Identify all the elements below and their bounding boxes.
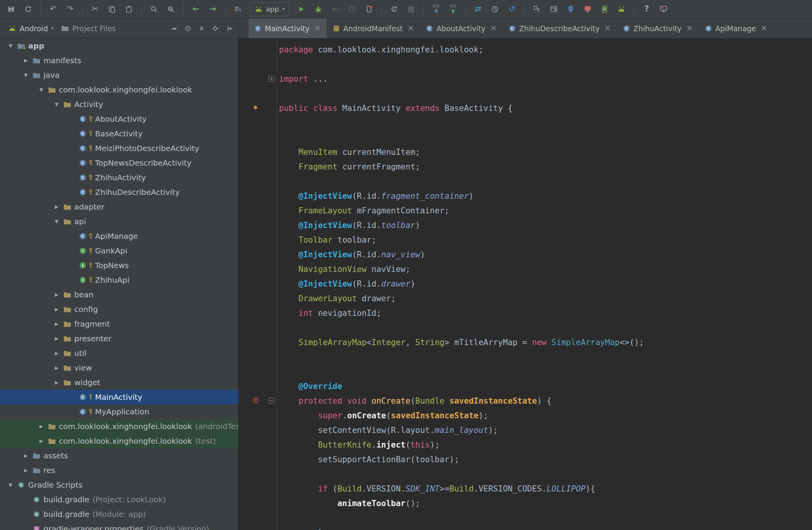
tree-expand-arrow[interactable]: ▶ bbox=[20, 468, 32, 473]
tree-item-adapter[interactable]: ▶adapter bbox=[0, 200, 238, 214]
tree-item-assets[interactable]: ▶assets bbox=[0, 448, 238, 463]
tree-item-widget[interactable]: ▶widget bbox=[0, 375, 238, 390]
tree-item-bean[interactable]: ▶bean bbox=[0, 287, 238, 302]
revert-button[interactable]: ↺ bbox=[505, 2, 519, 16]
tree-item-util[interactable]: ▶util bbox=[0, 346, 238, 361]
hide-panel-button[interactable] bbox=[227, 25, 234, 32]
project-view-tab-android[interactable]: Android▾ bbox=[5, 18, 57, 38]
close-tab-icon[interactable]: × bbox=[490, 24, 497, 32]
editor-tab-zhihudescribeactivity[interactable]: CZhihuDescribeActivity× bbox=[503, 18, 617, 38]
tree-item-zhihudescribeactivity[interactable]: CZhihuDescribeActivity bbox=[0, 185, 238, 200]
tree-item-topnews[interactable]: ITopNews bbox=[0, 258, 238, 273]
tree-item-activity[interactable]: ▼Activity bbox=[0, 97, 238, 112]
tree-expand-arrow[interactable]: ▶ bbox=[51, 292, 62, 297]
editor-tab-apimanage[interactable]: CApiManage× bbox=[699, 18, 774, 38]
project-view-tab-project-files[interactable]: Project Files bbox=[57, 18, 120, 38]
tree-item-build-gradle[interactable]: Gbuild.gradle(Project: LookLook) bbox=[0, 492, 238, 507]
tree-expand-arrow[interactable]: ▶ bbox=[51, 321, 62, 327]
tree-item-aboutactivity[interactable]: CAboutActivity bbox=[0, 112, 238, 126]
tree-item-res[interactable]: ▶res bbox=[0, 463, 238, 478]
sync-button[interactable] bbox=[21, 2, 35, 16]
tree-expand-arrow[interactable]: ▶ bbox=[51, 380, 62, 385]
device-monitor-button[interactable] bbox=[656, 2, 671, 16]
tree-item-topnewsdescribeactivity[interactable]: CTopNewsDescribeActivity bbox=[0, 156, 238, 170]
copy-button[interactable] bbox=[105, 2, 119, 16]
find-button[interactable] bbox=[147, 2, 161, 16]
history-button[interactable] bbox=[488, 2, 502, 16]
editor-tab-zhihuactivity[interactable]: CZhihuActivity× bbox=[617, 18, 699, 38]
tree-expand-arrow[interactable]: ▶ bbox=[20, 58, 32, 63]
tree-item-java[interactable]: ▼java bbox=[0, 68, 238, 82]
help-button[interactable]: ? bbox=[639, 2, 654, 16]
debug-button[interactable] bbox=[311, 2, 326, 16]
tree-item-config[interactable]: ▶config bbox=[0, 302, 238, 317]
tree-expand-arrow[interactable]: ▶ bbox=[35, 438, 47, 444]
make-project-button[interactable] bbox=[231, 2, 245, 16]
tree-item-com-looklook-xinghongfei-looklook[interactable]: ▶com.looklook.xinghongfei.looklook(andro… bbox=[0, 419, 238, 434]
locate-button[interactable] bbox=[184, 25, 191, 32]
undo-button[interactable]: ↶ bbox=[46, 2, 60, 16]
tree-item-fragment[interactable]: ▶fragment bbox=[0, 317, 238, 331]
tree-item-manifests[interactable]: ▶manifests bbox=[0, 53, 238, 68]
tree-item-app[interactable]: ▼app bbox=[0, 39, 238, 53]
editor-tab-mainactivity[interactable]: CMainActivity× bbox=[249, 18, 327, 38]
tree-item-baseactivity[interactable]: CBaseActivity bbox=[0, 126, 238, 141]
close-tab-icon[interactable]: × bbox=[686, 24, 693, 32]
tree-item-zhihuapi[interactable]: IZhihuApi bbox=[0, 273, 238, 287]
tree-collapse-arrow[interactable]: ▼ bbox=[51, 219, 62, 224]
fold-marker[interactable]: + bbox=[269, 76, 274, 82]
monitor-button[interactable] bbox=[580, 2, 595, 16]
save-button[interactable] bbox=[4, 2, 18, 16]
class-marker-gutter-icon[interactable] bbox=[252, 104, 259, 112]
editor-tab-aboutactivity[interactable]: CAboutActivity× bbox=[420, 18, 503, 38]
gradle-sync-button[interactable]: G bbox=[387, 2, 401, 16]
vcs-update-button[interactable]: VCS bbox=[429, 2, 443, 16]
tree-expand-arrow[interactable]: ▶ bbox=[51, 204, 62, 210]
tree-collapse-arrow[interactable]: ▼ bbox=[5, 43, 16, 49]
project-structure-button[interactable] bbox=[546, 2, 561, 16]
paste-button[interactable] bbox=[122, 2, 136, 16]
replace-button[interactable]: ab bbox=[164, 2, 178, 16]
fold-marker[interactable]: − bbox=[269, 398, 274, 404]
tree-item-meiziphotodescribeactivity[interactable]: CMeiziPhotoDescribeActivity bbox=[0, 141, 238, 156]
pin-button[interactable] bbox=[563, 2, 578, 16]
forward-button[interactable]: → bbox=[206, 2, 220, 16]
close-tab-icon[interactable]: × bbox=[761, 24, 768, 32]
back-button[interactable]: ← bbox=[189, 2, 203, 16]
tree-item-presenter[interactable]: ▶presenter bbox=[0, 331, 238, 346]
settings-gear-button[interactable] bbox=[212, 25, 220, 32]
tree-item-apimanage[interactable]: CApiManage bbox=[0, 229, 238, 243]
evaluate-button[interactable]: ? bbox=[530, 2, 544, 16]
tree-item-com-looklook-xinghongfei-looklook[interactable]: ▶com.looklook.xinghongfei.looklook(test) bbox=[0, 434, 238, 448]
tree-expand-arrow[interactable]: ▶ bbox=[51, 351, 62, 356]
tree-item-myapplication[interactable]: CMyApplication bbox=[0, 404, 238, 419]
editor-tab-androidmanifest[interactable]: AndroidManifest× bbox=[327, 18, 420, 38]
tree-expand-arrow[interactable]: ▶ bbox=[51, 307, 62, 312]
close-tab-icon[interactable]: × bbox=[408, 24, 414, 32]
tree-item-gradle-scripts[interactable]: ▼GGradle Scripts bbox=[0, 478, 238, 492]
tree-collapse-arrow[interactable]: ▼ bbox=[20, 72, 32, 78]
code-editor[interactable]: package com.looklook.xinghongfei.lookloo… bbox=[239, 39, 812, 530]
close-tab-icon[interactable]: × bbox=[314, 24, 321, 32]
tree-item-view[interactable]: ▶view bbox=[0, 361, 238, 375]
tree-collapse-arrow[interactable]: ▼ bbox=[51, 102, 62, 107]
run-config-selector[interactable]: app▾ bbox=[250, 2, 289, 16]
tree-item-build-gradle[interactable]: Gbuild.gradle(Module: app) bbox=[0, 507, 238, 522]
vcs-commit-button[interactable]: VCS bbox=[446, 2, 460, 16]
cut-button[interactable]: ✂ bbox=[88, 2, 102, 16]
override-gutter-icon[interactable] bbox=[252, 397, 259, 405]
redo-button[interactable]: ↷ bbox=[63, 2, 77, 16]
tree-expand-arrow[interactable]: ▶ bbox=[35, 424, 47, 429]
collapse-all-button[interactable] bbox=[198, 25, 205, 32]
tree-item-zhihuactivity[interactable]: CZhihuActivity bbox=[0, 170, 238, 185]
tree-item-mainactivity[interactable]: CMainActivity bbox=[0, 390, 238, 404]
tree-item-com-looklook-xinghongfei-looklook[interactable]: ▼com.looklook.xinghongfei.looklook bbox=[0, 82, 238, 97]
tree-expand-arrow[interactable]: ▶ bbox=[20, 453, 32, 458]
tree-collapse-arrow[interactable]: ▼ bbox=[5, 482, 16, 488]
tree-collapse-arrow[interactable]: ▼ bbox=[35, 87, 47, 92]
avd-manager-button[interactable] bbox=[597, 2, 612, 16]
tree-expand-arrow[interactable]: ▶ bbox=[51, 365, 62, 371]
tree-expand-arrow[interactable]: ▶ bbox=[51, 336, 62, 341]
view-switch-button[interactable]: ◂▸ bbox=[172, 25, 177, 31]
sdk-manager-button[interactable] bbox=[614, 2, 629, 16]
